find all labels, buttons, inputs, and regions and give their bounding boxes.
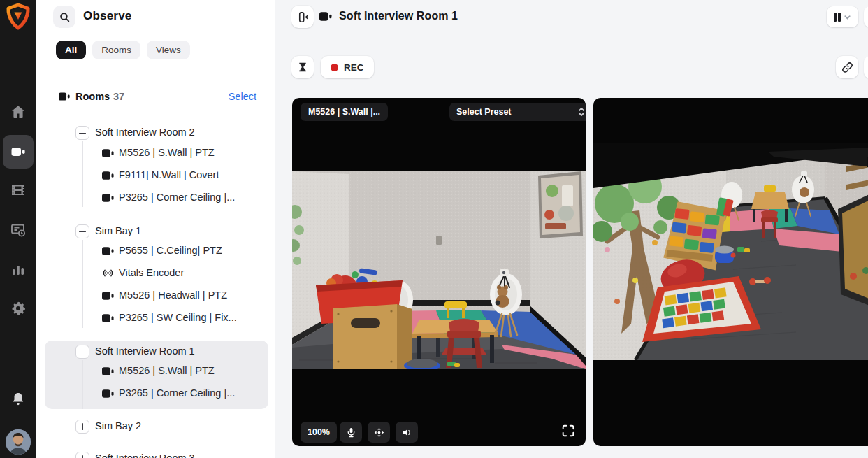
camera-icon	[102, 193, 115, 203]
clipped-header-button[interactable]	[864, 6, 868, 27]
expand-plus-icon[interactable]	[75, 420, 89, 434]
expand-plus-icon[interactable]	[75, 452, 89, 458]
room-label[interactable]: Soft Interview Room 3	[95, 452, 195, 458]
camera-icon	[102, 148, 115, 158]
share-link-button[interactable]	[836, 56, 858, 78]
tree-room-row[interactable]: Sim Bay 1	[36, 223, 275, 240]
ptz-pan-button[interactable]	[368, 422, 390, 443]
camera-label[interactable]: P3265 | SW Ceiling | Fix...	[119, 312, 237, 323]
microphone-icon	[345, 427, 357, 438]
pan-move-icon	[373, 427, 385, 438]
encoder-label[interactable]: Vitals Encoder	[119, 267, 184, 278]
select-chevrons-icon	[577, 107, 586, 117]
room-label[interactable]: Soft Interview Room 2	[95, 127, 195, 138]
observe-sidebar-panel: Observe All Rooms Views Rooms 37 Select …	[36, 0, 275, 458]
fullscreen-icon	[560, 423, 576, 438]
collapse-minus-icon[interactable]	[75, 224, 89, 238]
chevron-down-icon	[844, 13, 851, 21]
collapse-minus-icon[interactable]	[75, 126, 89, 140]
rooms-tree: Soft Interview Room 2 M5526 | S.Wall | P…	[36, 0, 275, 458]
nav-observe-camera-icon[interactable]	[10, 143, 27, 160]
camera-name-overlay: M5526 | S.Wall |...	[301, 103, 388, 121]
record-button[interactable]: REC	[321, 56, 374, 78]
pause-layout-icon	[834, 13, 841, 22]
tree-room-row-selected[interactable]: Soft Interview Room 1	[36, 343, 275, 360]
session-timer-button[interactable]	[291, 56, 314, 78]
nav-device-schedule-icon[interactable]	[10, 222, 27, 238]
tree-room-row[interactable]: Sim Bay 2	[36, 418, 275, 435]
icon-rail	[0, 0, 36, 458]
tree-room-row[interactable]: Soft Interview Room 3	[36, 450, 275, 458]
tree-camera-row[interactable]: M5526 | S.Wall | PTZ	[36, 363, 275, 380]
camera-label[interactable]: P5655 | C.Ceiling| PTZ	[119, 245, 222, 256]
room-label[interactable]: Soft Interview Room 1	[95, 345, 195, 357]
stage-toolbar: REC	[275, 34, 868, 78]
user-avatar[interactable]	[6, 429, 31, 455]
collapse-minus-icon[interactable]	[75, 345, 89, 359]
camera-label[interactable]: F9111| N.Wall | Covert	[119, 169, 219, 180]
camera-label[interactable]: P3265 | Corner Ceiling |...	[119, 192, 235, 203]
video-frame-corner-ceiling-view	[593, 143, 868, 360]
tree-camera-row[interactable]: P3265 | SW Ceiling | Fix...	[36, 310, 275, 327]
tree-camera-row[interactable]: M5526 | Headwall | PTZ	[36, 287, 275, 304]
zoom-level-badge: 100%	[301, 422, 337, 443]
stage-header: Soft Interview Room 1	[275, 0, 868, 34]
camera-label[interactable]: M5526 | S.Wall | PTZ	[119, 147, 215, 158]
record-dot-icon	[331, 64, 338, 71]
camera-icon	[102, 366, 115, 376]
notifications-bell-icon[interactable]	[10, 391, 27, 408]
preset-placeholder: Select Preset	[456, 107, 512, 117]
camera-label[interactable]: P3265 | Corner Ceiling |...	[119, 387, 235, 399]
clipped-toolbar-button[interactable]	[864, 56, 868, 78]
camera-icon	[319, 11, 333, 22]
fullscreen-button[interactable]	[560, 423, 579, 441]
volume-icon	[401, 427, 413, 438]
camera-label[interactable]: M5526 | Headwall | PTZ	[119, 289, 227, 301]
camera-icon	[102, 389, 115, 399]
nav-home-icon[interactable]	[10, 103, 27, 120]
brand-shield-logo	[3, 2, 33, 31]
camera-icon	[102, 246, 115, 256]
nav-analytics-icon[interactable]	[10, 261, 27, 278]
record-label: REC	[344, 62, 364, 73]
camera-icon	[102, 171, 115, 180]
camera-icon	[102, 313, 115, 323]
tree-camera-row[interactable]: P5655 | C.Ceiling| PTZ	[36, 243, 275, 259]
tree-camera-row[interactable]: P3265 | Corner Ceiling |...	[36, 385, 275, 402]
video-frame-south-wall-view	[292, 171, 586, 369]
nav-recordings-film-icon[interactable]	[10, 182, 27, 199]
tree-camera-row[interactable]: F9111| N.Wall | Covert	[36, 167, 275, 184]
room-label[interactable]: Sim Bay 1	[95, 225, 141, 236]
hourglass-icon	[297, 62, 308, 73]
preset-dropdown[interactable]: Select Preset	[449, 103, 586, 121]
video-tile-1[interactable]: M5526 | S.Wall |... Select Preset 100%	[292, 98, 586, 446]
link-icon	[841, 62, 853, 73]
tree-encoder-row[interactable]: Vitals Encoder	[36, 265, 275, 282]
tree-camera-row[interactable]: P3265 | Corner Ceiling |...	[36, 189, 275, 206]
observe-app: Observe All Rooms Views Rooms 37 Select …	[0, 0, 868, 458]
encoder-broadcast-icon	[102, 267, 114, 279]
main-stage: Soft Interview Room 1 REC	[275, 0, 868, 458]
room-label[interactable]: Sim Bay 2	[95, 420, 141, 431]
camera-icon	[102, 291, 115, 301]
video-tile-2[interactable]	[593, 98, 868, 446]
microphone-button[interactable]	[340, 422, 362, 443]
layout-selector-button[interactable]	[827, 6, 858, 27]
tree-room-row[interactable]: Soft Interview Room 2	[36, 124, 275, 141]
camera-label[interactable]: M5526 | S.Wall | PTZ	[119, 365, 215, 376]
volume-button[interactable]	[396, 422, 418, 443]
collapse-panel-icon	[296, 10, 310, 24]
tree-camera-row[interactable]: M5526 | S.Wall | PTZ	[36, 145, 275, 162]
nav-settings-gear-icon[interactable]	[10, 300, 27, 317]
collapse-panel-button[interactable]	[291, 6, 314, 28]
room-title: Soft Interview Room 1	[339, 10, 458, 22]
